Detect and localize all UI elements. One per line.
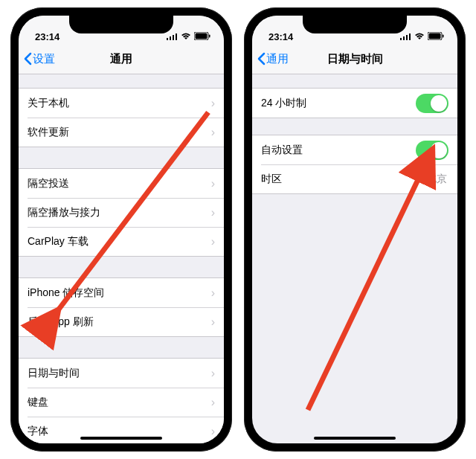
status-time: 23:14 bbox=[35, 31, 60, 42]
row-timezone[interactable]: 时区 北京 bbox=[252, 164, 457, 193]
group-auto: 自动设置 时区 北京 bbox=[252, 135, 457, 194]
row-background-refresh[interactable]: 后台 App 刷新› bbox=[19, 307, 224, 336]
row-airplay[interactable]: 隔空播放与接力› bbox=[19, 198, 224, 227]
phone-left: 23:14 设置 通用 关于本机› 软 bbox=[10, 7, 232, 452]
row-value: 北京 bbox=[426, 173, 447, 186]
group-storage: iPhone 储存空间› 后台 App 刷新› bbox=[19, 277, 224, 337]
chevron-right-icon: › bbox=[211, 286, 215, 300]
chevron-right-icon: › bbox=[211, 235, 215, 248]
row-label: 时区 bbox=[261, 173, 426, 186]
nav-bar: 设置 通用 bbox=[19, 44, 224, 74]
row-label: 24 小时制 bbox=[261, 97, 416, 110]
row-auto-set: 自动设置 bbox=[252, 135, 457, 164]
page-title: 通用 bbox=[110, 52, 132, 66]
back-button[interactable]: 设置 bbox=[23, 52, 55, 66]
group-about: 关于本机› 软件更新› bbox=[19, 88, 224, 147]
toggle-auto-set[interactable] bbox=[416, 141, 448, 160]
svg-rect-2 bbox=[173, 35, 174, 40]
svg-rect-6 bbox=[209, 35, 210, 38]
page-title: 日期与时间 bbox=[327, 52, 383, 66]
svg-rect-8 bbox=[400, 38, 402, 40]
battery-icon bbox=[194, 31, 210, 42]
svg-rect-1 bbox=[170, 36, 171, 40]
toggle-24hour[interactable] bbox=[416, 94, 448, 113]
group-datetime: 日期与时间› 键盘› 字体› 语言与地区› 词典› bbox=[19, 358, 224, 443]
battery-icon bbox=[428, 31, 444, 42]
row-label: 键盘 bbox=[28, 396, 211, 409]
row-storage[interactable]: iPhone 储存空间› bbox=[19, 278, 224, 307]
chevron-right-icon: › bbox=[211, 177, 215, 190]
cellular-bars-icon bbox=[167, 31, 178, 42]
svg-rect-3 bbox=[176, 33, 177, 40]
chevron-left-icon bbox=[23, 52, 32, 65]
chevron-right-icon: › bbox=[211, 97, 215, 110]
chevron-right-icon: › bbox=[211, 396, 215, 409]
phone-right: 23:14 通用 日期与时间 2 bbox=[244, 7, 466, 452]
row-software-update[interactable]: 软件更新› bbox=[19, 118, 224, 147]
status-icons bbox=[167, 31, 210, 42]
cellular-bars-icon bbox=[400, 31, 411, 42]
svg-rect-14 bbox=[443, 35, 444, 38]
chevron-right-icon: › bbox=[211, 367, 215, 380]
row-label: 自动设置 bbox=[261, 144, 416, 157]
row-about[interactable]: 关于本机› bbox=[19, 89, 224, 118]
svg-rect-5 bbox=[196, 33, 208, 39]
svg-rect-9 bbox=[403, 36, 405, 40]
svg-rect-11 bbox=[409, 33, 411, 40]
row-24hour: 24 小时制 bbox=[252, 89, 457, 118]
status-time: 23:14 bbox=[268, 31, 293, 42]
chevron-right-icon: › bbox=[211, 206, 215, 219]
row-label: 日期与时间 bbox=[28, 367, 211, 380]
row-label: iPhone 储存空间 bbox=[28, 286, 211, 300]
settings-list: 24 小时制 自动设置 时区 北京 bbox=[252, 74, 457, 194]
chevron-right-icon: › bbox=[211, 315, 215, 329]
row-date-time[interactable]: 日期与时间› bbox=[19, 359, 224, 388]
chevron-right-icon: › bbox=[211, 126, 215, 139]
notch bbox=[303, 16, 407, 33]
row-label: CarPlay 车载 bbox=[28, 235, 211, 248]
svg-rect-13 bbox=[429, 33, 441, 39]
back-label: 通用 bbox=[266, 52, 289, 66]
row-label: 字体 bbox=[28, 425, 211, 438]
screen-left: 23:14 设置 通用 关于本机› 软 bbox=[19, 16, 224, 443]
notch bbox=[69, 16, 173, 33]
group-24h: 24 小时制 bbox=[252, 88, 457, 118]
row-label: 关于本机 bbox=[28, 97, 211, 110]
screen-right: 23:14 通用 日期与时间 2 bbox=[252, 16, 457, 443]
settings-list: 关于本机› 软件更新› 隔空投送› 隔空播放与接力› CarPlay 车载› i… bbox=[19, 74, 224, 443]
wifi-icon bbox=[414, 31, 425, 42]
row-airdrop[interactable]: 隔空投送› bbox=[19, 169, 224, 198]
row-keyboard[interactable]: 键盘› bbox=[19, 388, 224, 417]
svg-rect-10 bbox=[406, 35, 408, 40]
row-label: 后台 App 刷新 bbox=[28, 315, 211, 329]
home-indicator bbox=[314, 437, 396, 440]
wifi-icon bbox=[181, 31, 191, 42]
chevron-left-icon bbox=[257, 52, 266, 65]
nav-bar: 通用 日期与时间 bbox=[252, 44, 457, 74]
back-button[interactable]: 通用 bbox=[257, 52, 289, 66]
row-label: 隔空投送 bbox=[28, 177, 211, 190]
home-indicator bbox=[80, 437, 162, 440]
status-icons bbox=[400, 31, 444, 42]
back-label: 设置 bbox=[33, 52, 55, 66]
group-airdrop: 隔空投送› 隔空播放与接力› CarPlay 车载› bbox=[19, 168, 224, 257]
row-label: 隔空播放与接力 bbox=[28, 206, 211, 219]
row-carplay[interactable]: CarPlay 车载› bbox=[19, 227, 224, 256]
row-label: 软件更新 bbox=[28, 126, 211, 139]
svg-rect-0 bbox=[167, 38, 168, 40]
chevron-right-icon: › bbox=[211, 425, 215, 438]
